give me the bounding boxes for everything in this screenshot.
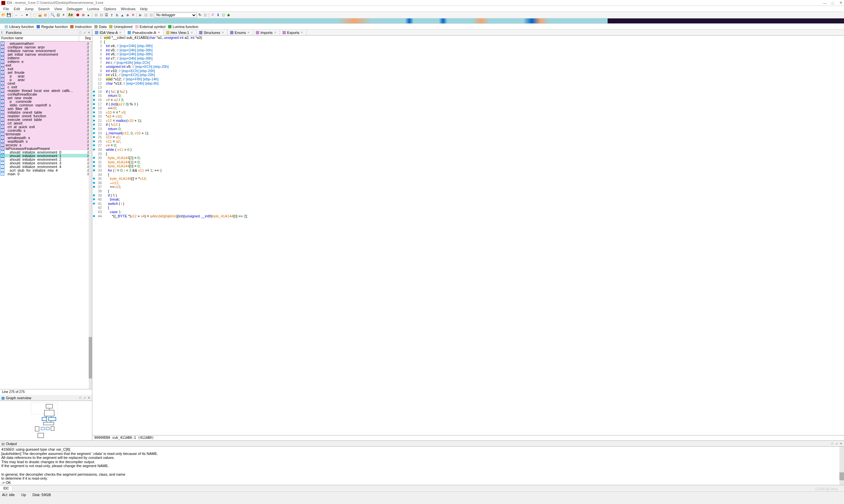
tool-icon[interactable]: ⊗ bbox=[81, 13, 85, 17]
panel-restore-button[interactable]: □ bbox=[79, 31, 82, 34]
function-row[interactable]: fexit.te bbox=[0, 63, 92, 67]
code-line[interactable]: 31 byte_41A144[1] = 0; bbox=[92, 160, 844, 164]
tool-icon[interactable]: ✶ bbox=[61, 13, 66, 17]
function-row[interactable]: f_initterm_e.te bbox=[0, 60, 92, 63]
function-row[interactable]: f_cexit.te bbox=[0, 82, 92, 85]
function-row[interactable]: f__p___argc.te bbox=[0, 74, 92, 78]
tool-icon[interactable]: f bbox=[109, 13, 114, 17]
tool-icon[interactable]: ⊞ bbox=[43, 13, 48, 17]
back-icon[interactable]: ← bbox=[14, 13, 19, 17]
fwd-icon[interactable]: → bbox=[19, 13, 24, 17]
menu-options[interactable]: Options bbox=[102, 7, 118, 11]
panel-close-button[interactable]: ✕ bbox=[87, 396, 91, 400]
menu-lumina[interactable]: Lumina bbox=[85, 7, 101, 11]
tool-icon[interactable]: ⊡ bbox=[221, 13, 225, 17]
function-row[interactable]: f_wsplitpath_s.te bbox=[0, 139, 92, 143]
stop-icon[interactable]: ⬢ bbox=[75, 13, 80, 17]
code-line[interactable]: 4 int v5; // [esp+D4h] [ebp-38h] bbox=[92, 48, 844, 52]
function-row[interactable]: f__stdio_common_vsprintf_s.te bbox=[0, 103, 92, 107]
code-line[interactable]: 12 char *v13; // [esp+104h] [ebp-8h] bbox=[92, 82, 844, 86]
menu-edit[interactable]: Edit bbox=[12, 7, 22, 11]
dropdown-icon[interactable]: ▾ bbox=[25, 13, 29, 17]
tool-icon[interactable]: ↻ bbox=[197, 13, 202, 17]
code-line[interactable]: 18 ++v9; bbox=[92, 106, 844, 110]
code-line[interactable]: 35 byte_41A144[i] = *v13; bbox=[92, 177, 844, 181]
open-icon[interactable]: 📂 bbox=[1, 13, 6, 17]
tool-icon[interactable]: ₽ bbox=[210, 13, 215, 17]
play-icon[interactable]: ▶ bbox=[138, 13, 143, 17]
function-row[interactable]: f__should_initialize_environment_0.te bbox=[0, 150, 92, 154]
code-line[interactable]: 17 if ( (int)(a2 / 3) % 3 ) bbox=[92, 102, 844, 106]
code-line[interactable]: 44 *((_BYTE *)v12 + v4) = aAbcdefghijklm… bbox=[92, 214, 844, 218]
tab-enums[interactable]: Enums✕ bbox=[227, 30, 253, 35]
code-line[interactable]: 42 { bbox=[92, 205, 844, 210]
code-line[interactable]: 23 return 0; bbox=[92, 127, 844, 131]
minimize-button[interactable]: — bbox=[823, 1, 827, 5]
function-row[interactable]: f__should_initialize_environment_2.te bbox=[0, 158, 92, 161]
code-line[interactable]: 41 switch ( i ) bbox=[92, 202, 844, 206]
menu-view[interactable]: View bbox=[52, 7, 64, 11]
tool-icon[interactable]: ⬚ bbox=[32, 13, 37, 17]
code-line[interactable]: 13 bbox=[92, 85, 844, 90]
tab-ida-view-a[interactable]: IDA View-A✕ bbox=[92, 30, 125, 35]
tool-icon[interactable]: ◆ bbox=[226, 13, 231, 17]
code-line[interactable]: 3 int v4; // [esp+D4h] [ebp-38h] bbox=[92, 44, 844, 48]
function-row[interactable]: f_initialize_narrow_environment.te bbox=[0, 49, 92, 52]
pause-icon[interactable]: ⊡ bbox=[143, 13, 148, 17]
function-row[interactable]: f_configthreadlocale.te bbox=[0, 92, 92, 96]
code-line[interactable]: 22 if ( !v12 ) bbox=[92, 123, 844, 127]
tool-icon[interactable]: ☰ bbox=[104, 13, 109, 17]
code-line[interactable]: 36 --v11; bbox=[92, 181, 844, 185]
panel-pin-button[interactable]: ⤢ bbox=[83, 31, 86, 34]
function-row[interactable]: f__p___argv.te bbox=[0, 78, 92, 82]
output-text[interactable]: 4156E0: using guessed type char var_C[8]… bbox=[0, 447, 844, 485]
code-line[interactable]: 30 byte_41A144[2] = 0; bbox=[92, 156, 844, 160]
tab-structures[interactable]: Structures✕ bbox=[196, 30, 227, 35]
function-row[interactable]: f_main_0.te bbox=[0, 172, 92, 176]
tab-imports[interactable]: Imports✕ bbox=[253, 30, 280, 35]
function-row[interactable]: f_get_initial_narrow_environment.te bbox=[0, 52, 92, 56]
function-row[interactable]: f__scrt_stub_for_initialize_mta_4.te bbox=[0, 168, 92, 172]
function-row[interactable]: fIsProcessorFeaturePresent.te bbox=[0, 147, 92, 150]
scrollbar[interactable] bbox=[89, 41, 92, 389]
code-line[interactable]: 26 v11 = a2; bbox=[92, 139, 844, 144]
code-line[interactable]: 39 if ( !i ) bbox=[92, 193, 844, 198]
menu-file[interactable]: File bbox=[1, 7, 11, 11]
code-line[interactable]: 14 if ( !a1 || !a2 ) bbox=[92, 90, 844, 94]
function-row[interactable]: f__should_initialize_environment_4.te bbox=[0, 165, 92, 168]
tool-icon[interactable]: ⊡ bbox=[56, 13, 60, 17]
tool-icon[interactable]: ⊟ bbox=[93, 13, 98, 17]
function-row[interactable]: f_crt_atexit.te bbox=[0, 121, 92, 125]
graph-overview[interactable] bbox=[0, 401, 92, 440]
debugger-combo[interactable]: No debugger bbox=[154, 13, 197, 18]
function-row[interactable]: fterminate.te bbox=[0, 132, 92, 136]
code-line[interactable]: 25 v13 = a1; bbox=[92, 135, 844, 139]
maximize-button[interactable]: □ bbox=[831, 1, 835, 5]
function-row[interactable]: f_controlfp_s.te bbox=[0, 128, 92, 132]
tab-exports[interactable]: Exports✕ bbox=[280, 30, 307, 35]
function-row[interactable]: f_initterm.te bbox=[0, 56, 92, 60]
function-row[interactable]: f_wmakepath_s.te bbox=[0, 136, 92, 139]
tool-icon[interactable]: ◆ bbox=[125, 13, 130, 17]
function-row[interactable]: f__should_initialize_environment_1.te bbox=[0, 154, 92, 158]
panel-close-button[interactable]: ✕ bbox=[87, 31, 91, 34]
function-row[interactable]: f_seh_filter_dll.te bbox=[0, 107, 92, 110]
tool-icon[interactable]: ▲ bbox=[120, 13, 125, 17]
code-line[interactable]: 21 v12 = malloc(v10 + 1); bbox=[92, 119, 844, 123]
function-row[interactable]: f_exit.te bbox=[0, 67, 92, 71]
code-line[interactable]: 29 { bbox=[92, 152, 844, 156]
code-line[interactable]: 11 void *v12; // [esp+F8h] [ebp-14h] bbox=[92, 77, 844, 82]
tool-icon[interactable]: ⊟ bbox=[99, 13, 104, 17]
close-button[interactable]: ✕ bbox=[839, 1, 843, 5]
function-row[interactable]: f__setusermatherr.te bbox=[0, 41, 92, 45]
code-line[interactable]: 1void *__cdecl sub_411AB0(char *a1, unsi… bbox=[92, 36, 844, 40]
panel-restore-button[interactable]: □ bbox=[830, 442, 834, 445]
code-line[interactable]: 20 *a3 = v10; bbox=[92, 114, 844, 119]
function-row[interactable]: f_execute_onexit_table.te bbox=[0, 118, 92, 121]
save-icon[interactable]: 💾 bbox=[6, 13, 11, 17]
code-line[interactable]: 34 { bbox=[92, 173, 844, 177]
function-row[interactable]: f_initialize_onexit_table.te bbox=[0, 110, 92, 114]
code-line[interactable]: 43 case 1: bbox=[92, 210, 844, 214]
menu-debugger[interactable]: Debugger bbox=[65, 7, 84, 11]
idc-tab[interactable]: IDC bbox=[0, 486, 13, 491]
